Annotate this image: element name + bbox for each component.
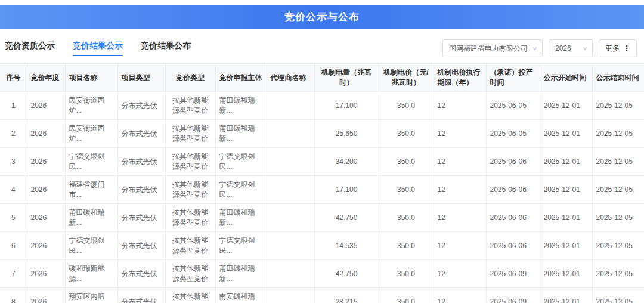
table-cell: 2026: [27, 148, 65, 176]
table-cell: 2025-06-06: [486, 148, 540, 176]
table-cell: 2025-06-06: [486, 204, 540, 232]
table-cell: 2025-12-05: [592, 176, 644, 204]
table-cell: 12: [434, 288, 486, 303]
table-cell: 2025-12-01: [540, 120, 592, 148]
column-header: 竞价类型: [165, 64, 215, 92]
table-cell: 2026: [27, 288, 65, 303]
tab-bidding-qualification[interactable]: 竞价资质公示: [5, 41, 55, 56]
table-cell: 2025-06-05: [486, 92, 540, 120]
table-cell: 2025-06-06: [486, 176, 540, 204]
table-cell: 莆田碳和瑞新...: [215, 120, 267, 148]
table-cell: [267, 92, 314, 120]
table-cell: 按其他新能源类型竞价: [165, 92, 215, 120]
table-cell: [267, 148, 314, 176]
table-row[interactable]: 72026碳和瑞新能源...分布式光伏按其他新能源类型竞价莆田碳和瑞新...42…: [0, 260, 644, 288]
top-strip: [0, 0, 644, 5]
table-cell: 2025-12-01: [540, 148, 592, 176]
column-header: 项目名称: [65, 64, 117, 92]
table-cell: 4: [0, 176, 27, 204]
table-cell: 2025-12-05: [592, 288, 644, 303]
column-header: 公示结束时间: [592, 64, 644, 92]
table-cell: 12: [434, 260, 486, 288]
more-button[interactable]: 更多 ⋮: [599, 39, 637, 57]
table-row[interactable]: 82026翔安区内厝镇...分布式光伏按其他新能源类型竞价南安碳和瑞盈...28…: [0, 288, 644, 303]
table-cell: 2025-12-01: [540, 204, 592, 232]
company-select[interactable]: 国网福建省电力有限公司 ∨: [442, 39, 543, 57]
table-cell: 17.100: [314, 92, 379, 120]
table-cell: 宁德交垠创民...: [215, 176, 267, 204]
table-cell: [267, 204, 314, 232]
table-cell: 按其他新能源类型竞价: [165, 120, 215, 148]
page-title: 竞价公示与公布: [284, 10, 360, 24]
table-cell: 2026: [27, 120, 65, 148]
table-cell: 2025-12-05: [592, 204, 644, 232]
table-cell: 2026: [27, 92, 65, 120]
table-cell: 宁德交垠创民...: [215, 232, 267, 260]
table-cell: 按其他新能源类型竞价: [165, 176, 215, 204]
table-cell: 翔安区内厝镇...: [65, 288, 117, 303]
table-cell: 2: [0, 120, 27, 148]
table-cell: 5: [0, 204, 27, 232]
column-header: （承诺）投产时间: [486, 64, 540, 92]
table-cell: 7: [0, 260, 27, 288]
table-row[interactable]: 62026宁德交垠创民...分布式光伏按其他新能源类型竞价宁德交垠创民...14…: [0, 232, 644, 260]
table-cell: 12: [434, 176, 486, 204]
table-cell: 3: [0, 148, 27, 176]
table-cell: 2025-12-05: [592, 260, 644, 288]
table-row[interactable]: 42026福建省厦门市...分布式光伏按其他新能源类型竞价宁德交垠创民...17…: [0, 176, 644, 204]
table-cell: 按其他新能源类型竞价: [165, 148, 215, 176]
year-select-value: 2026: [555, 44, 571, 52]
table-cell: 42.750: [314, 204, 379, 232]
table-cell: 分布式光伏: [117, 232, 165, 260]
column-header: 机制电价执行期限（年）: [434, 64, 486, 92]
table-cell: 2026: [27, 232, 65, 260]
tab-bidding-result-publish[interactable]: 竞价结果公布: [141, 41, 191, 56]
table-cell: 民安街道西炉...: [65, 92, 117, 120]
year-select[interactable]: 2026 ∨: [549, 39, 593, 57]
chevron-down-icon: ∨: [583, 45, 587, 51]
table-cell: 6: [0, 232, 27, 260]
column-header: 竞价申报主体: [215, 64, 267, 92]
table-cell: 莆田碳和瑞新...: [215, 260, 267, 288]
table-cell: 2025-06-09: [486, 260, 540, 288]
table-cell: 2025-12-01: [540, 232, 592, 260]
table-row[interactable]: 52026莆田碳和瑞新...分布式光伏按其他新能源类型竞价莆田碳和瑞新...42…: [0, 204, 644, 232]
table-cell: 12: [434, 92, 486, 120]
table-cell: 2026: [27, 260, 65, 288]
table-cell: 2025-06-09: [486, 288, 540, 303]
table-cell: 2025-06-06: [486, 232, 540, 260]
table-cell: 42.750: [314, 260, 379, 288]
column-header: 代理商名称: [267, 64, 314, 92]
table-row[interactable]: 22026民安街道西炉...分布式光伏按其他新能源类型竞价莆田碳和瑞新...25…: [0, 120, 644, 148]
table-cell: 350.0: [379, 176, 434, 204]
table-cell: 2025-12-01: [540, 260, 592, 288]
chevron-down-icon: ∨: [532, 45, 537, 51]
table-cell: 2025-12-05: [592, 92, 644, 120]
table-header-row: 序号竞价年度项目名称项目类型竞价类型竞价申报主体代理商名称机制电量（兆瓦时）机制…: [0, 64, 644, 92]
table-cell: 350.0: [379, 92, 434, 120]
table-cell: 宁德交垠创民...: [65, 148, 117, 176]
table-cell: [267, 260, 314, 288]
table-cell: 14.535: [314, 232, 379, 260]
table-cell: [267, 288, 314, 303]
table-cell: 2025-12-01: [540, 92, 592, 120]
column-header: 公示开始时间: [540, 64, 592, 92]
table-row[interactable]: 32026宁德交垠创民...分布式光伏按其他新能源类型竞价宁德交垠创民...34…: [0, 148, 644, 176]
table-cell: 莆田碳和瑞新...: [215, 204, 267, 232]
filter-controls: 国网福建省电力有限公司 ∨ 2026 ∨ 更多 ⋮: [442, 39, 637, 57]
table-cell: 2026: [27, 204, 65, 232]
table-row[interactable]: 12026民安街道西炉...分布式光伏按其他新能源类型竞价莆田碳和瑞新...17…: [0, 92, 644, 120]
table-cell: 350.0: [379, 120, 434, 148]
table-cell: 34.200: [314, 148, 379, 176]
table-cell: 福建省厦门市...: [65, 176, 117, 204]
tab-bidding-result-publicity[interactable]: 竞价结果公示: [73, 41, 123, 56]
table-cell: 分布式光伏: [117, 204, 165, 232]
table-cell: 2025-12-05: [592, 232, 644, 260]
table-cell: 民安街道西炉...: [65, 120, 117, 148]
table-cell: 1: [0, 92, 27, 120]
table-cell: 分布式光伏: [117, 176, 165, 204]
more-button-label: 更多: [605, 44, 620, 54]
table-cell: [267, 120, 314, 148]
column-header: 机制电量（兆瓦时）: [314, 64, 379, 92]
table-cell: 2025-12-05: [592, 120, 644, 148]
